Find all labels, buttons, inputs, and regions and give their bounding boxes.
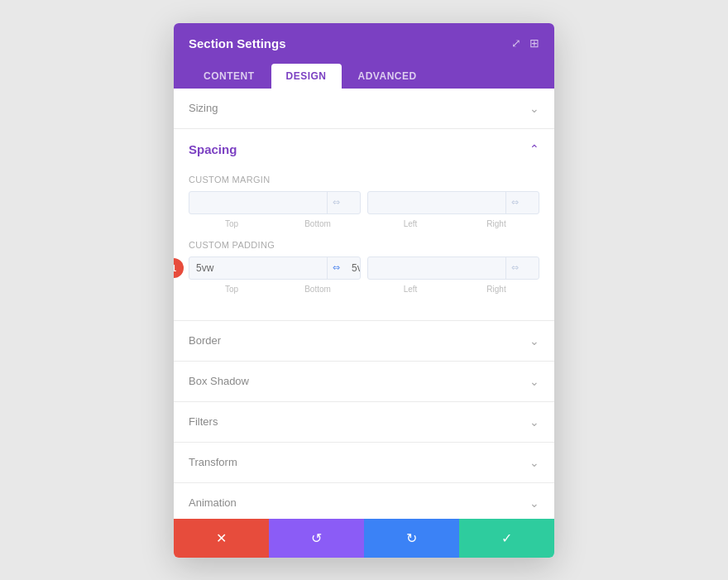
padding-left-label: Left: [367, 285, 453, 294]
custom-padding-label: Custom Padding: [189, 240, 539, 250]
animation-chevron-down-icon: ⌄: [529, 496, 539, 510]
margin-sub-labels: Top Bottom Left Right: [189, 219, 539, 228]
section-settings-modal: Section Settings ⤢ ⊞ Content Design Adva…: [174, 23, 554, 558]
undo-button[interactable]: ↺: [269, 519, 364, 558]
modal-body: Sizing ⌄ Spacing ⌃ Custom Margin ⇔: [174, 89, 554, 519]
section-animation-label: Animation: [189, 496, 237, 509]
margin-link-right-icon: ⇔: [505, 192, 524, 213]
section-transform: Transform ⌄: [174, 443, 554, 483]
section-spacing: Spacing ⌃ Custom Margin ⇔ ⇔: [174, 129, 554, 321]
section-sizing-header[interactable]: Sizing ⌄: [174, 89, 554, 128]
section-sizing: Sizing ⌄: [174, 89, 554, 129]
header-icons: ⤢ ⊞: [511, 36, 539, 50]
section-border: Border ⌄: [174, 321, 554, 362]
margin-left-input[interactable]: [368, 192, 505, 213]
section-animation: Animation ⌄: [174, 483, 554, 519]
section-filters: Filters ⌄: [174, 402, 554, 443]
tab-content[interactable]: Content: [189, 64, 270, 89]
section-spacing-header[interactable]: Spacing ⌃: [174, 129, 554, 170]
padding-link-icon: ⇔: [327, 257, 345, 279]
padding-left-input[interactable]: [368, 257, 505, 279]
margin-top-bottom-pair: ⇔: [189, 191, 361, 214]
redo-icon: ↻: [406, 530, 417, 546]
section-spacing-label: Spacing: [189, 142, 237, 156]
padding-left-right-pair: ⇔: [367, 256, 539, 280]
padding-bottom-input[interactable]: [345, 257, 361, 279]
margin-top-label: Top: [189, 219, 275, 228]
filters-chevron-down-icon: ⌄: [529, 415, 539, 429]
section-transform-label: Transform: [189, 456, 237, 468]
padding-row-wrapper: 1 ⇔ ⇔: [189, 256, 539, 280]
margin-bottom-input[interactable]: [345, 192, 361, 213]
spacing-content: Custom Margin ⇔ ⇔: [174, 170, 554, 320]
redo-button[interactable]: ↻: [364, 519, 459, 558]
box-shadow-chevron-down-icon: ⌄: [529, 375, 539, 388]
sizing-chevron-down-icon: ⌄: [529, 102, 539, 115]
section-border-label: Border: [189, 334, 221, 347]
section-box-shadow-header[interactable]: Box Shadow ⌄: [174, 362, 554, 401]
margin-lr-labels: Left Right: [367, 219, 539, 228]
modal-header: Section Settings ⤢ ⊞: [174, 23, 554, 64]
margin-left-label: Left: [367, 219, 453, 228]
padding-right-input[interactable]: [524, 257, 539, 279]
bottom-bar: ✕ ↺ ↻ ✓: [174, 519, 554, 558]
section-transform-header[interactable]: Transform ⌄: [174, 443, 554, 482]
margin-right-input[interactable]: [524, 192, 539, 213]
save-icon: ✓: [501, 530, 512, 546]
margin-tb-labels: Top Bottom: [189, 219, 361, 228]
custom-margin-label: Custom Margin: [189, 175, 539, 185]
section-filters-label: Filters: [189, 415, 218, 428]
section-animation-header[interactable]: Animation ⌄: [174, 483, 554, 519]
save-button[interactable]: ✓: [459, 519, 554, 558]
padding-tb-labels: Top Bottom: [189, 285, 361, 294]
transform-chevron-down-icon: ⌄: [529, 456, 539, 469]
section-sizing-label: Sizing: [189, 102, 218, 114]
margin-bottom-label: Bottom: [275, 219, 361, 228]
section-border-header[interactable]: Border ⌄: [174, 321, 554, 361]
padding-top-bottom-pair: ⇔: [189, 256, 361, 280]
padding-bottom-label: Bottom: [275, 285, 361, 294]
cancel-icon: ✕: [216, 530, 227, 546]
border-chevron-down-icon: ⌄: [529, 334, 539, 348]
padding-top-label: Top: [189, 285, 275, 294]
tabs-bar: Content Design Advanced: [174, 64, 554, 89]
spacing-chevron-up-icon: ⌃: [529, 142, 539, 156]
margin-top-input[interactable]: [189, 192, 327, 213]
padding-sub-labels: Top Bottom Left Right: [189, 285, 539, 294]
modal-title: Section Settings: [189, 36, 286, 50]
margin-right-label: Right: [453, 219, 539, 228]
padding-right-label: Right: [453, 285, 539, 294]
section-filters-header[interactable]: Filters ⌄: [174, 402, 554, 442]
columns-icon[interactable]: ⊞: [529, 36, 539, 50]
margin-inputs-row: ⇔ ⇔: [189, 191, 539, 214]
margin-left-right-pair: ⇔: [367, 191, 539, 214]
section-box-shadow-label: Box Shadow: [189, 375, 249, 387]
padding-badge: 1: [174, 258, 184, 278]
padding-inputs-row: ⇔ ⇔: [189, 256, 539, 280]
tab-advanced[interactable]: Advanced: [343, 64, 432, 89]
cancel-button[interactable]: ✕: [174, 519, 269, 558]
tab-design[interactable]: Design: [271, 64, 342, 89]
resize-icon[interactable]: ⤢: [511, 36, 521, 50]
margin-link-icon: ⇔: [327, 192, 345, 213]
undo-icon: ↺: [311, 530, 322, 546]
padding-link-right-icon: ⇔: [505, 257, 524, 279]
padding-top-input[interactable]: [189, 257, 327, 279]
section-box-shadow: Box Shadow ⌄: [174, 362, 554, 402]
padding-lr-labels: Left Right: [367, 285, 539, 294]
